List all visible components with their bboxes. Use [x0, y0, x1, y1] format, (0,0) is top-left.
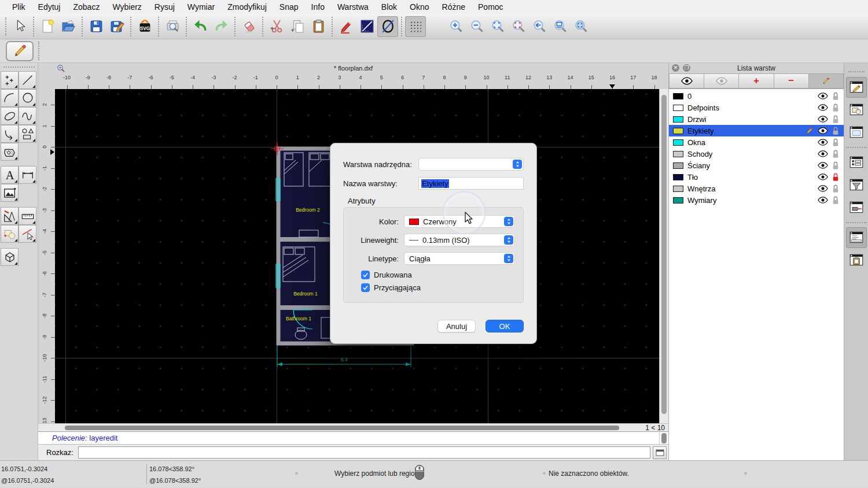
linetype-select[interactable]: Ciągła [404, 252, 515, 265]
stepper-icon[interactable] [504, 235, 513, 245]
layer-lock-icon[interactable] [832, 91, 839, 101]
layer-lock-icon[interactable] [832, 138, 839, 147]
layer-row-etykiety[interactable]: Etykiety [669, 125, 844, 136]
layer-row-0[interactable]: 0 [669, 90, 844, 102]
dock-library-button[interactable] [846, 122, 867, 143]
arc-tool-button[interactable] [1, 89, 19, 107]
pencil-layer-button[interactable] [808, 73, 844, 88]
layer-visibility-eye-icon[interactable] [818, 127, 828, 134]
layer-visibility-eye-icon[interactable] [818, 93, 828, 99]
layer-visibility-eye-icon[interactable] [818, 197, 828, 204]
layer-visibility-eye-icon[interactable] [818, 139, 828, 146]
menu-plik[interactable]: Plik [6, 2, 32, 12]
dock-layers-button[interactable] [846, 77, 867, 98]
menu-wymiar[interactable]: Wymiar [181, 2, 221, 12]
menu-snap[interactable]: Snap [273, 2, 305, 12]
layer-lock-icon[interactable] [832, 172, 839, 182]
layer-row-wymiary[interactable]: Wymiary [669, 194, 844, 206]
dock-blocks-button[interactable] [846, 99, 867, 120]
layer-lock-icon[interactable] [832, 161, 839, 170]
vertical-scrollbar[interactable] [659, 89, 668, 423]
paste-button[interactable] [308, 16, 329, 37]
layer-lock-icon[interactable] [832, 103, 839, 112]
stepper-icon[interactable] [504, 254, 513, 263]
zoom-previous-button[interactable] [529, 16, 550, 37]
menu-rysuj[interactable]: Rysuj [148, 2, 181, 12]
select-tool-button[interactable] [19, 225, 36, 243]
pen-button[interactable] [336, 16, 356, 37]
palette-handle[interactable] [3, 66, 35, 68]
spline-tool-button[interactable] [19, 107, 36, 125]
menu-info[interactable]: Info [305, 2, 331, 12]
dock-clipboard-button[interactable] [846, 250, 867, 271]
layer-visibility-eye-icon[interactable] [818, 162, 828, 169]
float-panel-icon[interactable]: ❐ [683, 64, 690, 72]
print-preview-button[interactable] [162, 16, 183, 37]
menu-wybierz[interactable]: Wybierz [106, 2, 148, 12]
layer-row-wn-trza[interactable]: Wnętrza [669, 183, 844, 194]
dimension-tool-button[interactable] [19, 166, 36, 184]
hatch-tool-button[interactable] [1, 143, 19, 161]
stepper-icon[interactable] [513, 160, 522, 169]
dock-filter-button[interactable] [846, 175, 867, 195]
blocks-tool-button[interactable] [1, 225, 19, 243]
command-window-toggle-button[interactable] [653, 446, 667, 459]
stepper-icon[interactable] [504, 217, 513, 226]
points-tool-button[interactable] [1, 71, 19, 89]
zoom-select-button[interactable] [508, 16, 529, 37]
redo-button[interactable] [211, 16, 231, 37]
close-panel-icon[interactable]: ✕ [672, 64, 679, 72]
line-rect-button[interactable] [356, 16, 377, 37]
lineweight-select[interactable]: 0.13mm (ISO) [404, 234, 515, 246]
measure-tool-button[interactable] [19, 207, 36, 225]
eye-layer-button[interactable] [669, 73, 704, 88]
copy-button[interactable] [287, 16, 308, 37]
save-button[interactable] [86, 16, 106, 37]
box3d-tool-button[interactable] [1, 248, 19, 266]
dock-handle[interactable] [848, 71, 865, 72]
menu-pomoc[interactable]: Pomoc [472, 2, 510, 12]
menu-okno[interactable]: Okno [403, 2, 435, 12]
layer-row-schody[interactable]: Schody [669, 148, 844, 160]
minus-layer-button[interactable]: − [774, 73, 808, 88]
eraser-button[interactable] [238, 16, 259, 37]
line-tool-button[interactable] [19, 71, 36, 89]
cursor-button[interactable] [9, 16, 30, 37]
horizontal-scrollbar[interactable] [52, 424, 641, 431]
new-file-button[interactable] [37, 16, 58, 37]
layer-row-okna[interactable]: Okna [669, 136, 844, 148]
zoom-auto-button[interactable] [487, 16, 508, 37]
save-as-button[interactable] [106, 16, 127, 37]
menu-zobacz[interactable]: Zobacz [67, 2, 106, 12]
command-input[interactable] [78, 446, 650, 459]
circle-tool-button[interactable] [19, 89, 36, 107]
edit-layer-icon[interactable] [805, 127, 814, 135]
layer-visibility-eye-icon[interactable] [818, 173, 828, 180]
menu-warstwa[interactable]: Warstwa [331, 2, 375, 12]
layer-row-defpoints[interactable]: Defpoints [669, 102, 844, 113]
zoom-out-button[interactable] [466, 16, 487, 37]
active-pencil-tool-button[interactable] [6, 41, 34, 61]
undo-button[interactable] [190, 16, 211, 37]
layer-lock-icon[interactable] [832, 195, 839, 205]
layer-row-t-o[interactable]: Tło [669, 171, 844, 183]
layer-lock-icon[interactable] [832, 126, 839, 135]
image-tool-button[interactable] [1, 184, 19, 202]
layer-row--ciany[interactable]: Ściany [669, 160, 844, 171]
cut-button[interactable] [266, 16, 287, 37]
zoom-pan-button[interactable] [571, 16, 591, 37]
checkbox-drukowana[interactable] [361, 271, 370, 279]
open-folder-button[interactable] [58, 16, 79, 37]
menu-blok[interactable]: Blok [375, 2, 403, 12]
modify-tool-button[interactable] [1, 207, 19, 225]
layer-lock-icon[interactable] [832, 184, 839, 193]
layer-visibility-eye-icon[interactable] [818, 185, 828, 192]
history-scrollbar[interactable] [659, 432, 668, 444]
ellipse-tool-button[interactable] [1, 107, 19, 125]
circle-slash-button[interactable] [377, 16, 398, 37]
menu-edytuj[interactable]: Edytuj [32, 2, 67, 12]
toolbar-handle[interactable] [38, 42, 39, 60]
dock-list-button[interactable] [846, 152, 867, 173]
menu-zmodyfikuj[interactable]: Zmodyfikuj [221, 2, 273, 12]
text-tool-button[interactable]: A [1, 166, 19, 184]
